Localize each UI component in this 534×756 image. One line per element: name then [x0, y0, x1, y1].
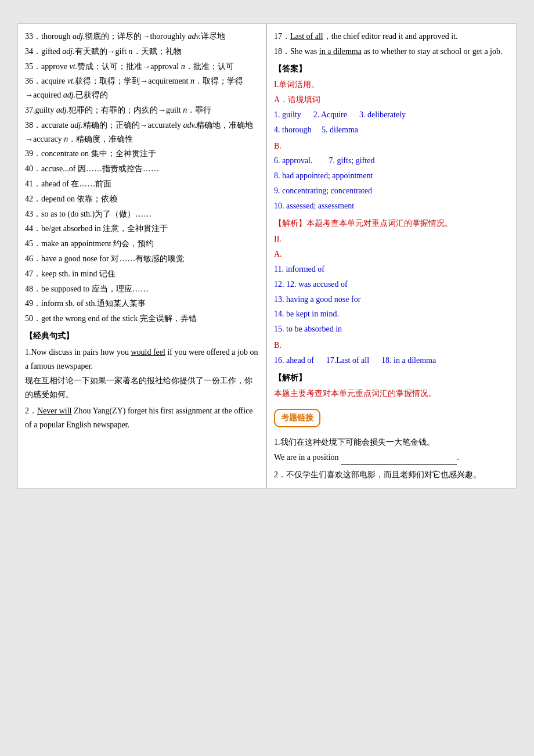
exam1-en: We are in a position . — [274, 451, 509, 465]
entry-44: 44．be/get absorbed in 注意，全神贯注于 — [25, 222, 259, 236]
phrase-answer3-16: 16. ahead of 17.Last of all 18. in a dil… — [274, 354, 509, 368]
entry-50: 50．get the wrong end of the stick 完全误解，弄… — [25, 312, 259, 326]
underline-last-of-all: Last of all — [290, 32, 323, 41]
entry-47: 47．keep sth. in mind 记住 — [25, 267, 259, 281]
phrase-answer-8: 8. had appointed; appointment — [274, 169, 509, 183]
entry-46: 46．have a good nose for 对……有敏感的嗅觉 — [25, 252, 259, 266]
entry-48: 48．be supposed to 应当，理应…… — [25, 282, 259, 296]
entry-35: 35．approve vt.赞成；认可；批准→approval n．批准；认可 — [25, 60, 259, 74]
analysis1-section: 【解析】本题考查本单元对重点词汇的掌握情况。 — [274, 217, 509, 231]
classic-entry-2: 2．Never will Zhou Yang(ZY) forget his fi… — [25, 404, 259, 432]
classic-section-title: 【经典句式】 — [25, 329, 259, 343]
entry-33: 33．thorough adj.彻底的；详尽的→thoroughly adv.详… — [25, 30, 259, 44]
two-column-layout: 33．thorough adj.彻底的；详尽的→thoroughly adv.详… — [18, 24, 516, 488]
section-A-title: A．语境填词 — [274, 93, 509, 107]
classic-entry-1: 1.Now discuss in pairs how you would fee… — [25, 345, 259, 373]
analysis2-section: 【解析】 — [274, 371, 509, 385]
phrase-answer2-11: 11. informed of — [274, 262, 509, 276]
section-I: I.单词活用。 — [274, 78, 509, 92]
exam-link-badge: 考题链接 — [274, 409, 320, 427]
entry-17: 17．Last of all，the chief editor read it … — [274, 30, 509, 44]
entry-42: 42．depend on 依靠；依赖 — [25, 192, 259, 206]
vocab-answer-2: 4. thorough 5. dilemma — [274, 123, 509, 137]
page-container: 33．thorough adj.彻底的；详尽的→thoroughly adv.详… — [17, 23, 517, 489]
entry-37: 37.guilty adj.犯罪的；有罪的；内疚的→guilt n．罪行 — [25, 103, 259, 117]
phrase-answer-10: 10. assessed; assessment — [274, 199, 509, 213]
analysis1-text: 【解析】本题考查本单元对重点词汇的掌握情况。 — [274, 219, 453, 228]
phrase-answer2-14: 14. be kept in mind. — [274, 307, 509, 321]
left-column: 33．thorough adj.彻底的；详尽的→thoroughly adv.详… — [18, 24, 267, 488]
exam2-cn: 2．不仅学生们喜欢这部电影，而且老师们对它也感兴趣。 — [274, 468, 509, 482]
entry-49: 49．inform sb. of sth.通知某人某事 — [25, 297, 259, 311]
classic-label: 【经典句式】 — [25, 332, 74, 340]
section-B2: B. — [274, 339, 509, 352]
analysis2-text: 本题主要考查对本单元重点词汇的掌握情况。 — [274, 387, 509, 401]
answer-title-section: 【答案】 — [274, 62, 509, 76]
section-A2: A. — [274, 247, 509, 261]
entry-18: 18．She was in a dilemma as to whether to… — [274, 45, 509, 59]
underline-would-feel: would feel — [131, 348, 165, 357]
classic-entry-1-cn: 现在互相讨论一下如果一家著名的报社给你提供了一份工作，你的感受如何。 — [25, 374, 259, 402]
exam1-cn: 1.我们在这种处境下可能会损失一大笔金钱。 — [274, 435, 509, 449]
entry-41: 41．ahead of 在……前面 — [25, 177, 259, 191]
section-B: B. — [274, 139, 509, 153]
phrase-answer-6: 6. approval. 7. gifts; gifted — [274, 154, 509, 168]
underline-never-will: Never will — [37, 406, 71, 415]
phrase-answer2-13: 13. having a good nose for — [274, 293, 509, 307]
phrase-answer-9: 9. concentrating; concentrated — [274, 184, 509, 198]
vocab-answer-1: 1. guilty 2. Acquire 3. deliberately — [274, 108, 509, 122]
entry-36: 36．acquire vt.获得；取得；学到→acquirement n．取得；… — [25, 74, 259, 102]
phrase-answer2-12: 12. 12. was accused of — [274, 278, 509, 291]
entry-43: 43．so as to (do sth.)为了（做）…… — [25, 207, 259, 221]
entry-45: 45．make an appointment 约会，预约 — [25, 237, 259, 251]
entry-38: 38．accurate adj.精确的；正确的→accurately adv.精… — [25, 118, 259, 146]
phrase-answer2-15: 15. to be absorbed in — [274, 322, 509, 336]
fill-line-1 — [341, 464, 457, 465]
right-column: 17．Last of all，the chief editor read it … — [267, 24, 516, 488]
analysis2-title: 【解析】 — [274, 373, 306, 382]
exam-link-container: 考题链接 — [274, 405, 509, 431]
entry-40: 40．accuse...of 因……指责或控告…… — [25, 162, 259, 176]
answer-title: 【答案】 — [274, 64, 306, 73]
underline-in-a-dilemma: in a dilemma — [319, 47, 362, 56]
entry-34: 34．gifted adj.有天赋的→gift n．天赋；礼物 — [25, 45, 259, 59]
section-II: II. — [274, 232, 509, 246]
entry-39: 39．concentrate on 集中；全神贯注于 — [25, 147, 259, 161]
